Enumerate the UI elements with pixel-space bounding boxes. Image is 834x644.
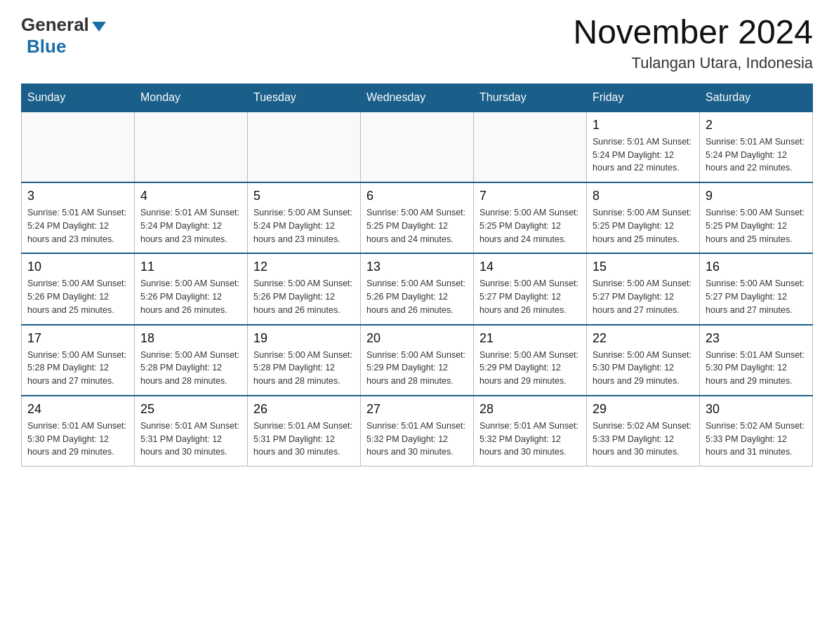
day-number: 2 xyxy=(706,118,807,133)
day-info: Sunrise: 5:01 AM Sunset: 5:24 PM Dayligh… xyxy=(593,135,694,175)
calendar-cell: 21Sunrise: 5:00 AM Sunset: 5:29 PM Dayli… xyxy=(474,325,587,396)
day-number: 8 xyxy=(593,189,694,203)
day-number: 4 xyxy=(140,189,241,203)
calendar-cell: 27Sunrise: 5:01 AM Sunset: 5:32 PM Dayli… xyxy=(361,396,474,467)
weekday-header-sunday: Sunday xyxy=(22,83,135,112)
calendar-cell: 14Sunrise: 5:00 AM Sunset: 5:27 PM Dayli… xyxy=(474,253,587,324)
day-info: Sunrise: 5:01 AM Sunset: 5:31 PM Dayligh… xyxy=(140,420,241,459)
calendar-cell: 12Sunrise: 5:00 AM Sunset: 5:26 PM Dayli… xyxy=(248,253,361,324)
calendar-cell: 29Sunrise: 5:02 AM Sunset: 5:33 PM Dayli… xyxy=(587,396,700,467)
day-number: 10 xyxy=(27,260,128,274)
calendar-cell: 26Sunrise: 5:01 AM Sunset: 5:31 PM Dayli… xyxy=(248,396,361,467)
calendar-header: SundayMondayTuesdayWednesdayThursdayFrid… xyxy=(22,83,813,112)
page-header: General Blue November 2024 Tulangan Utar… xyxy=(21,14,813,72)
day-info: Sunrise: 5:00 AM Sunset: 5:25 PM Dayligh… xyxy=(593,206,694,246)
calendar-cell: 11Sunrise: 5:00 AM Sunset: 5:26 PM Dayli… xyxy=(135,253,248,324)
calendar-cell xyxy=(22,112,135,182)
day-number: 6 xyxy=(366,189,468,203)
day-number: 30 xyxy=(706,402,807,417)
location-title: Tulangan Utara, Indonesia xyxy=(573,54,813,72)
calendar-cell: 9Sunrise: 5:00 AM Sunset: 5:25 PM Daylig… xyxy=(700,182,813,253)
day-info: Sunrise: 5:02 AM Sunset: 5:33 PM Dayligh… xyxy=(593,420,694,459)
day-number: 7 xyxy=(479,189,581,203)
day-info: Sunrise: 5:00 AM Sunset: 5:25 PM Dayligh… xyxy=(366,206,468,246)
day-info: Sunrise: 5:01 AM Sunset: 5:30 PM Dayligh… xyxy=(27,420,128,459)
calendar-cell: 3Sunrise: 5:01 AM Sunset: 5:24 PM Daylig… xyxy=(22,182,135,253)
calendar-cell: 19Sunrise: 5:00 AM Sunset: 5:28 PM Dayli… xyxy=(248,325,361,396)
day-info: Sunrise: 5:00 AM Sunset: 5:28 PM Dayligh… xyxy=(27,349,128,388)
calendar-cell: 20Sunrise: 5:00 AM Sunset: 5:29 PM Dayli… xyxy=(361,325,474,396)
day-info: Sunrise: 5:00 AM Sunset: 5:30 PM Dayligh… xyxy=(593,349,694,388)
day-number: 29 xyxy=(593,402,694,417)
calendar-cell: 6Sunrise: 5:00 AM Sunset: 5:25 PM Daylig… xyxy=(361,182,474,253)
day-number: 1 xyxy=(593,118,694,133)
calendar-cell xyxy=(248,112,361,182)
weekday-header-friday: Friday xyxy=(587,83,700,112)
weekday-header-tuesday: Tuesday xyxy=(248,83,361,112)
calendar-cell: 2Sunrise: 5:01 AM Sunset: 5:24 PM Daylig… xyxy=(700,112,813,182)
day-number: 26 xyxy=(253,402,355,417)
day-number: 20 xyxy=(366,331,468,346)
calendar-week-row: 24Sunrise: 5:01 AM Sunset: 5:30 PM Dayli… xyxy=(22,396,813,467)
logo-general-text: General xyxy=(21,14,106,36)
weekday-header-wednesday: Wednesday xyxy=(361,83,474,112)
calendar-body: 1Sunrise: 5:01 AM Sunset: 5:24 PM Daylig… xyxy=(22,112,813,467)
logo-blue-text: Blue xyxy=(24,36,66,58)
day-info: Sunrise: 5:00 AM Sunset: 5:25 PM Dayligh… xyxy=(479,206,581,246)
calendar-cell: 23Sunrise: 5:01 AM Sunset: 5:30 PM Dayli… xyxy=(700,325,813,396)
calendar-cell: 8Sunrise: 5:00 AM Sunset: 5:25 PM Daylig… xyxy=(587,182,700,253)
day-info: Sunrise: 5:00 AM Sunset: 5:29 PM Dayligh… xyxy=(479,349,581,388)
logo: General Blue xyxy=(21,14,106,58)
calendar-cell: 4Sunrise: 5:01 AM Sunset: 5:24 PM Daylig… xyxy=(135,182,248,253)
day-info: Sunrise: 5:00 AM Sunset: 5:25 PM Dayligh… xyxy=(706,206,807,246)
calendar-week-row: 3Sunrise: 5:01 AM Sunset: 5:24 PM Daylig… xyxy=(22,182,813,253)
day-info: Sunrise: 5:02 AM Sunset: 5:33 PM Dayligh… xyxy=(706,420,807,459)
weekday-header-saturday: Saturday xyxy=(700,83,813,112)
calendar-cell: 13Sunrise: 5:00 AM Sunset: 5:26 PM Dayli… xyxy=(361,253,474,324)
day-number: 24 xyxy=(27,402,128,417)
day-number: 22 xyxy=(593,331,694,346)
day-info: Sunrise: 5:00 AM Sunset: 5:26 PM Dayligh… xyxy=(140,277,241,316)
day-info: Sunrise: 5:01 AM Sunset: 5:32 PM Dayligh… xyxy=(479,420,581,459)
day-info: Sunrise: 5:01 AM Sunset: 5:24 PM Dayligh… xyxy=(27,206,128,246)
day-number: 15 xyxy=(593,260,694,274)
day-number: 13 xyxy=(366,260,468,274)
day-info: Sunrise: 5:00 AM Sunset: 5:27 PM Dayligh… xyxy=(479,277,581,316)
day-info: Sunrise: 5:00 AM Sunset: 5:26 PM Dayligh… xyxy=(366,277,468,316)
day-number: 11 xyxy=(140,260,241,274)
day-info: Sunrise: 5:01 AM Sunset: 5:31 PM Dayligh… xyxy=(253,420,355,459)
day-info: Sunrise: 5:00 AM Sunset: 5:27 PM Dayligh… xyxy=(593,277,694,316)
month-title: November 2024 xyxy=(573,14,813,51)
day-number: 9 xyxy=(706,189,807,203)
day-number: 28 xyxy=(479,402,581,417)
day-info: Sunrise: 5:01 AM Sunset: 5:24 PM Dayligh… xyxy=(140,206,241,246)
calendar-table: SundayMondayTuesdayWednesdayThursdayFrid… xyxy=(21,83,813,467)
logo-blue-label: Blue xyxy=(27,36,66,57)
calendar-week-row: 1Sunrise: 5:01 AM Sunset: 5:24 PM Daylig… xyxy=(22,112,813,182)
day-info: Sunrise: 5:01 AM Sunset: 5:30 PM Dayligh… xyxy=(706,349,807,388)
calendar-cell: 28Sunrise: 5:01 AM Sunset: 5:32 PM Dayli… xyxy=(474,396,587,467)
calendar-cell: 22Sunrise: 5:00 AM Sunset: 5:30 PM Dayli… xyxy=(587,325,700,396)
day-number: 14 xyxy=(479,260,581,274)
calendar-cell: 24Sunrise: 5:01 AM Sunset: 5:30 PM Dayli… xyxy=(22,396,135,467)
calendar-cell: 17Sunrise: 5:00 AM Sunset: 5:28 PM Dayli… xyxy=(22,325,135,396)
calendar-cell: 16Sunrise: 5:00 AM Sunset: 5:27 PM Dayli… xyxy=(700,253,813,324)
day-number: 25 xyxy=(140,402,241,417)
calendar-cell: 30Sunrise: 5:02 AM Sunset: 5:33 PM Dayli… xyxy=(700,396,813,467)
day-number: 5 xyxy=(253,189,355,203)
logo-general-label: General xyxy=(21,14,89,36)
day-info: Sunrise: 5:01 AM Sunset: 5:24 PM Dayligh… xyxy=(706,135,807,175)
day-number: 12 xyxy=(253,260,355,274)
day-info: Sunrise: 5:00 AM Sunset: 5:28 PM Dayligh… xyxy=(253,349,355,388)
calendar-cell: 15Sunrise: 5:00 AM Sunset: 5:27 PM Dayli… xyxy=(587,253,700,324)
day-number: 3 xyxy=(27,189,128,203)
day-number: 23 xyxy=(706,331,807,346)
day-number: 18 xyxy=(140,331,241,346)
weekday-header-row: SundayMondayTuesdayWednesdayThursdayFrid… xyxy=(22,83,813,112)
weekday-header-monday: Monday xyxy=(135,83,248,112)
day-info: Sunrise: 5:00 AM Sunset: 5:24 PM Dayligh… xyxy=(253,206,355,246)
calendar-cell: 25Sunrise: 5:01 AM Sunset: 5:31 PM Dayli… xyxy=(135,396,248,467)
day-info: Sunrise: 5:00 AM Sunset: 5:27 PM Dayligh… xyxy=(706,277,807,316)
calendar-cell xyxy=(135,112,248,182)
day-number: 19 xyxy=(253,331,355,346)
